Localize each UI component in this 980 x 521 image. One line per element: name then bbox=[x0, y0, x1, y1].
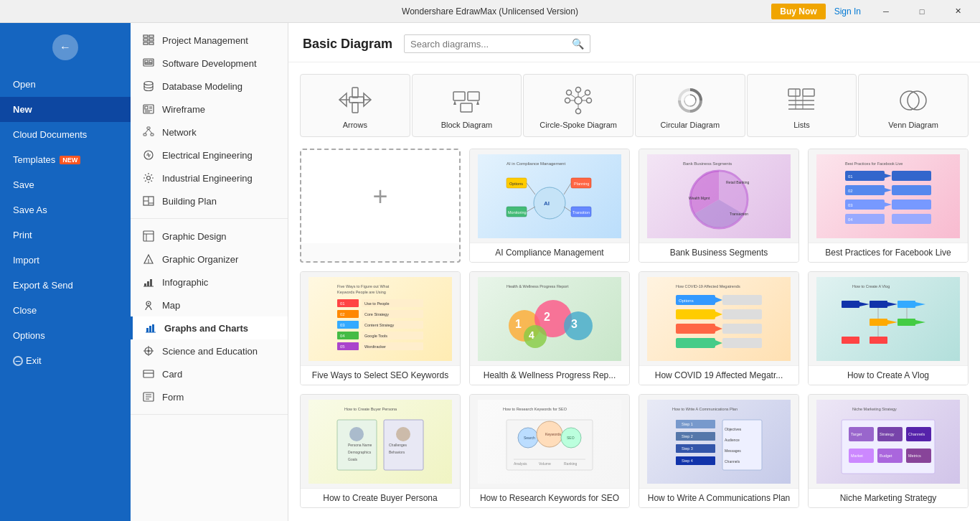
category-item-infographic[interactable]: Infographic bbox=[131, 271, 288, 294]
sidebar-item-open[interactable]: Open bbox=[0, 72, 131, 97]
new-template-preview: + bbox=[301, 150, 459, 243]
category-section-1: Project Management Software Development … bbox=[131, 23, 288, 219]
svg-point-195 bbox=[396, 427, 410, 441]
category-item-graphic-design[interactable]: Graphic Design bbox=[131, 225, 288, 248]
block-diagram-icon bbox=[451, 86, 482, 115]
svg-text:Google Tools: Google Tools bbox=[364, 334, 387, 338]
sidebar-item-templates[interactable]: Templates NEW bbox=[0, 147, 131, 172]
category-item-industrial-engineering[interactable]: Industrial Engineering bbox=[131, 166, 288, 189]
new-template-card[interactable]: + bbox=[300, 149, 461, 263]
svg-rect-162 bbox=[676, 309, 715, 319]
niche-marketing-preview: Niche Marketing Strategy Target Strategy… bbox=[809, 395, 968, 488]
svg-marker-114 bbox=[885, 174, 892, 178]
category-item-database-modeling[interactable]: Database Modeling bbox=[131, 75, 288, 98]
category-item-software-development[interactable]: Software Development bbox=[131, 52, 288, 75]
category-item-map[interactable]: Map bbox=[131, 294, 288, 316]
search-input[interactable] bbox=[410, 39, 572, 50]
diagram-type-circular-diagram[interactable]: Circular Diagram bbox=[635, 74, 745, 137]
svg-point-73 bbox=[585, 90, 590, 95]
health-wellness-label: Health & Wellness Progress Rep... bbox=[470, 365, 629, 385]
sidebar-item-close[interactable]: Close bbox=[0, 298, 131, 323]
close-window-button[interactable]: ✕ bbox=[941, 0, 974, 23]
template-card-keywords-research[interactable]: How to Research Keywords for SEO Search … bbox=[469, 394, 630, 508]
svg-point-10 bbox=[144, 82, 153, 85]
form-icon bbox=[142, 390, 155, 403]
category-item-network[interactable]: Network bbox=[131, 121, 288, 144]
template-card-niche-marketing[interactable]: Niche Marketing Strategy Target Strategy… bbox=[808, 394, 969, 508]
arrows-label: Arrows bbox=[343, 121, 367, 129]
svg-text:Goals: Goals bbox=[348, 457, 358, 461]
template-card-comms-plan[interactable]: How to Write A Communications Plan Step … bbox=[639, 394, 799, 508]
category-item-electrical-engineering[interactable]: Electrical Engineering bbox=[131, 144, 288, 166]
svg-rect-167 bbox=[722, 324, 762, 334]
sidebar-item-export-send[interactable]: Export & Send bbox=[0, 273, 131, 298]
svg-rect-121 bbox=[892, 200, 931, 210]
category-item-building-plan[interactable]: Building Plan bbox=[131, 189, 288, 212]
svg-text:How to Write A Communications : How to Write A Communications Plan bbox=[672, 407, 738, 411]
svg-rect-125 bbox=[892, 214, 931, 224]
template-card-bank-business[interactable]: Bank Business Segments Retail Banking Tr… bbox=[639, 149, 799, 263]
svg-text:04: 04 bbox=[848, 217, 853, 222]
block-diagram-label: Block Diagram bbox=[441, 121, 493, 129]
category-item-form[interactable]: Form bbox=[131, 385, 288, 408]
template-card-covid[interactable]: How COVID-19 Affected Megatrends Options bbox=[639, 271, 799, 385]
back-button[interactable]: ← bbox=[52, 34, 78, 60]
building-plan-icon bbox=[142, 194, 155, 207]
arrows-icon bbox=[339, 86, 371, 115]
buy-now-button[interactable]: Buy Now bbox=[771, 4, 825, 19]
diagram-type-circle-spoke[interactable]: Circle-Spoke Diagram bbox=[523, 74, 633, 137]
circle-spoke-label: Circle-Spoke Diagram bbox=[540, 121, 617, 129]
graphic-organizer-icon bbox=[142, 253, 155, 266]
category-item-science-education[interactable]: Science and Education bbox=[131, 339, 288, 362]
minimize-button[interactable]: ─ bbox=[870, 0, 903, 23]
maximize-button[interactable]: □ bbox=[905, 0, 938, 23]
category-item-project-management[interactable]: Project Management bbox=[131, 29, 288, 52]
diagram-type-lists[interactable]: Lists bbox=[747, 74, 857, 137]
sidebar-item-exit[interactable]: – Exit bbox=[0, 348, 131, 373]
svg-rect-37 bbox=[150, 279, 152, 286]
sidebar-item-save-as[interactable]: Save As bbox=[0, 197, 131, 222]
template-card-buyer-persona[interactable]: How to Create Buyer Persona Persona Name… bbox=[300, 394, 461, 508]
svg-text:Wealth Mgmt: Wealth Mgmt bbox=[689, 196, 710, 200]
svg-text:04: 04 bbox=[340, 334, 345, 338]
svg-rect-61 bbox=[352, 103, 358, 113]
template-card-fb-live[interactable]: Best Practices for Facebook Live 01 02 0… bbox=[808, 149, 969, 263]
diagram-type-venn-diagram[interactable]: Venn Diagram bbox=[858, 74, 969, 137]
svg-text:How to Create Buyer Persona: How to Create Buyer Persona bbox=[344, 407, 397, 411]
diagram-type-arrows[interactable]: Arrows bbox=[300, 74, 410, 137]
sidebar-item-import[interactable]: Import bbox=[0, 248, 131, 273]
sidebar-item-save[interactable]: Save bbox=[0, 172, 131, 197]
category-item-graphs-charts[interactable]: Graphs and Charts bbox=[131, 316, 288, 339]
search-icon[interactable]: 🔍 bbox=[572, 38, 584, 50]
seo-keywords-preview: Five Ways to Figure out What Keywords Pe… bbox=[301, 272, 460, 365]
template-card-ai-compliance[interactable]: AI in Compliance Management AI Options P… bbox=[469, 149, 630, 263]
template-card-health-wellness[interactable]: Health & Wellness Progress Report 1 2 3 … bbox=[469, 271, 630, 385]
wireframe-icon bbox=[142, 103, 155, 116]
svg-text:2: 2 bbox=[544, 311, 550, 323]
sign-in-button[interactable]: Sign In bbox=[829, 4, 867, 19]
sidebar-item-new[interactable]: New bbox=[0, 97, 131, 122]
plus-icon: + bbox=[372, 182, 387, 212]
template-card-vlog[interactable]: How to Create A Vlog bbox=[808, 271, 969, 385]
category-item-graphic-organizer[interactable]: Graphic Organizer bbox=[131, 248, 288, 271]
svg-marker-118 bbox=[885, 188, 892, 192]
niche-marketing-label: Niche Marketing Strategy bbox=[809, 488, 968, 507]
svg-rect-161 bbox=[722, 295, 762, 305]
svg-rect-172 bbox=[842, 301, 859, 308]
sidebar-item-options[interactable]: Options bbox=[0, 323, 131, 348]
svg-rect-2 bbox=[143, 39, 148, 41]
svg-text:Bank Business Segments: Bank Business Segments bbox=[683, 161, 732, 166]
diagram-type-block-diagram[interactable]: Block Diagram bbox=[412, 74, 522, 137]
template-card-seo-keywords[interactable]: Five Ways to Figure out What Keywords Pe… bbox=[300, 271, 461, 385]
svg-rect-5 bbox=[149, 42, 154, 44]
page-title: Basic Diagram bbox=[303, 37, 392, 52]
svg-text:How to Create A Vlog: How to Create A Vlog bbox=[852, 284, 890, 288]
category-item-card[interactable]: Card bbox=[131, 362, 288, 385]
svg-text:02: 02 bbox=[848, 189, 853, 193]
svg-text:SEO: SEO bbox=[567, 436, 575, 440]
category-item-wireframe[interactable]: Wireframe bbox=[131, 98, 288, 121]
svg-text:05: 05 bbox=[340, 344, 345, 349]
sidebar-item-cloud-documents[interactable]: Cloud Documents bbox=[0, 122, 131, 147]
sidebar-item-print[interactable]: Print bbox=[0, 222, 131, 248]
infographic-icon bbox=[142, 276, 155, 288]
